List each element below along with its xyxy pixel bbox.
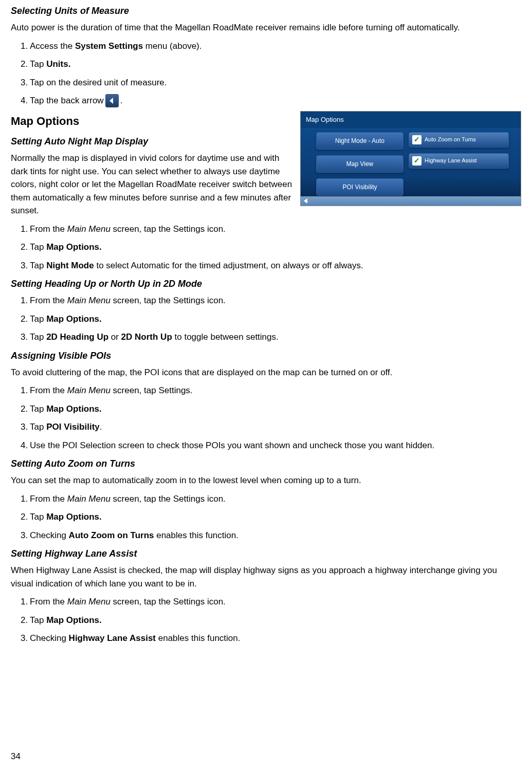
step-bold: Auto Zoom on Turns <box>69 530 154 540</box>
step-post: to select Automatic for the timed adjust… <box>94 261 363 270</box>
step-text: Tap <box>30 404 46 414</box>
section-desc: Normally the map is displayed in vivid c… <box>11 152 299 217</box>
step-text: Use the POI Selection screen to check th… <box>30 440 434 450</box>
step-italic: Main Menu <box>67 296 111 305</box>
step-item: 2. Tap Map Options. <box>30 241 521 254</box>
step-num: 2. <box>21 313 28 326</box>
step-post: . <box>100 422 102 432</box>
step-text: Checking <box>30 530 69 540</box>
step-item: 2. Tap Map Options. <box>30 402 521 416</box>
step-text: From the <box>30 296 67 305</box>
checkbox-label: Auto Zoom on Turns <box>425 135 476 144</box>
step-num: 4. <box>21 94 28 107</box>
step-text: From the <box>30 224 67 234</box>
section-title-lane-assist: Setting Highway Lane Assist <box>11 547 521 561</box>
checkbox-label: Highway Lane Assist <box>425 156 477 165</box>
step-item: 3. Checking Auto Zoom on Turns enables t… <box>30 529 521 542</box>
step-num: 3. <box>21 420 28 434</box>
checkmark-icon: ✓ <box>412 156 421 166</box>
step-italic: Main Menu <box>67 385 111 395</box>
step-item: 2. Tap Map Options. <box>30 313 521 326</box>
step-post: screen, tap the Settings icon. <box>111 224 226 234</box>
step-num: 1. <box>21 294 28 307</box>
section-title-units: Selecting Units of Measure <box>11 4 521 18</box>
step-num: 1. <box>21 595 28 609</box>
step-bold: 2D North Up <box>121 332 172 342</box>
highway-lane-assist-checkbox[interactable]: ✓ Highway Lane Assist <box>409 153 509 169</box>
step-text: Tap <box>30 332 46 342</box>
step-num: 2. <box>21 510 28 524</box>
step-text: From the <box>30 385 67 395</box>
step-bold: Map Options. <box>46 314 102 324</box>
step-italic: Main Menu <box>67 224 111 234</box>
step-post: enables this function. <box>154 530 238 540</box>
step-post: . <box>120 94 123 107</box>
step-bold: Map Options. <box>46 242 102 252</box>
steps-list: 1. From the Main Menu screen, tap the Se… <box>11 595 521 645</box>
screenshot-left-col: Night Mode - Auto Map View POI Visibilit… <box>316 132 403 196</box>
step-bold: 2D Heading Up <box>46 332 108 342</box>
step-text: From the <box>30 494 67 504</box>
map-view-button[interactable]: Map View <box>316 155 403 173</box>
step-num: 1. <box>21 40 28 53</box>
step-item: 1. From the Main Menu screen, tap the Se… <box>30 294 521 307</box>
step-item: 3. Tap 2D Heading Up or 2D North Up to t… <box>30 330 521 344</box>
step-post: to toggle between settings. <box>172 332 279 342</box>
step-num: 1. <box>21 492 28 506</box>
step-text: Tap <box>30 261 46 270</box>
section-desc: Auto power is the duration of time that … <box>11 21 521 34</box>
step-num: 3. <box>21 529 28 542</box>
step-num: 1. <box>21 384 28 397</box>
steps-list: 1. From the Main Menu screen, tap Settin… <box>11 384 521 452</box>
auto-zoom-checkbox[interactable]: ✓ Auto Zoom on Turns <box>409 132 509 148</box>
step-post: screen, tap the Settings icon. <box>111 296 226 305</box>
steps-list: 1. From the Main Menu screen, tap the Se… <box>11 492 521 542</box>
step-num: 3. <box>21 76 28 89</box>
night-mode-button[interactable]: Night Mode - Auto <box>316 132 403 150</box>
step-italic: Main Menu <box>67 494 111 504</box>
screenshot-title: Map Options <box>301 112 521 128</box>
checkmark-icon: ✓ <box>412 135 421 144</box>
step-italic: Main Menu <box>67 597 111 606</box>
step-num: 2. <box>21 614 28 627</box>
step-bold: Units. <box>46 59 70 69</box>
step-text: Tap <box>30 422 46 432</box>
step-text: Checking <box>30 633 69 643</box>
step-item-back-arrow: 4. Tap the back arrow . <box>30 94 521 107</box>
step-item: 1. From the Main Menu screen, tap the Se… <box>30 492 521 506</box>
step-post: screen, tap the Settings icon. <box>111 494 226 504</box>
section-desc: To avoid cluttering of the map, the POI … <box>11 366 521 379</box>
step-item: 3. Tap Night Mode to select Automatic fo… <box>30 259 521 272</box>
step-num: 3. <box>21 632 28 645</box>
step-bold: Map Options. <box>46 512 102 522</box>
step-item: 1. From the Main Menu screen, tap the Se… <box>30 595 521 609</box>
step-item: 1. From the Main Menu screen, tap Settin… <box>30 384 521 397</box>
back-arrow-icon <box>105 94 119 107</box>
step-bold: Highway Lane Assist <box>69 633 156 643</box>
step-item: 3. Checking Highway Lane Assist enables … <box>30 632 521 645</box>
step-num: 3. <box>21 259 28 272</box>
section-desc: When Highway Lane Assist is checked, the… <box>11 564 521 590</box>
screenshot-right-col: ✓ Auto Zoom on Turns ✓ Highway Lane Assi… <box>409 132 509 196</box>
step-item: 2. Tap Units. <box>30 58 521 71</box>
step-mid: or <box>108 332 121 342</box>
step-item: 2. Tap Map Options. <box>30 614 521 627</box>
step-text: Tap <box>30 59 46 69</box>
step-num: 1. <box>21 223 28 236</box>
poi-visibility-button[interactable]: POI Visibility <box>316 178 403 196</box>
step-bold: Map Options. <box>46 404 102 414</box>
map-options-screenshot: Map Options Night Mode - Auto Map View P… <box>300 111 521 206</box>
step-num: 2. <box>21 402 28 416</box>
step-item: 1. From the Main Menu screen, tap the Se… <box>30 223 521 236</box>
step-num: 4. <box>21 439 28 452</box>
step-bold: Night Mode <box>46 261 94 270</box>
step-item: 3. Tap POI Visibility. <box>30 420 521 434</box>
steps-list: 1. Access the System Settings menu (abov… <box>11 40 521 108</box>
step-post: screen, tap Settings. <box>111 385 193 395</box>
step-post: enables this function. <box>156 633 240 643</box>
step-num: 2. <box>21 58 28 71</box>
section-title-heading-up: Setting Heading Up or North Up in 2D Mod… <box>11 277 521 291</box>
section-desc: You can set the map to automatically zoo… <box>11 474 521 487</box>
step-bold: Map Options. <box>46 615 102 625</box>
back-icon[interactable] <box>303 198 311 204</box>
